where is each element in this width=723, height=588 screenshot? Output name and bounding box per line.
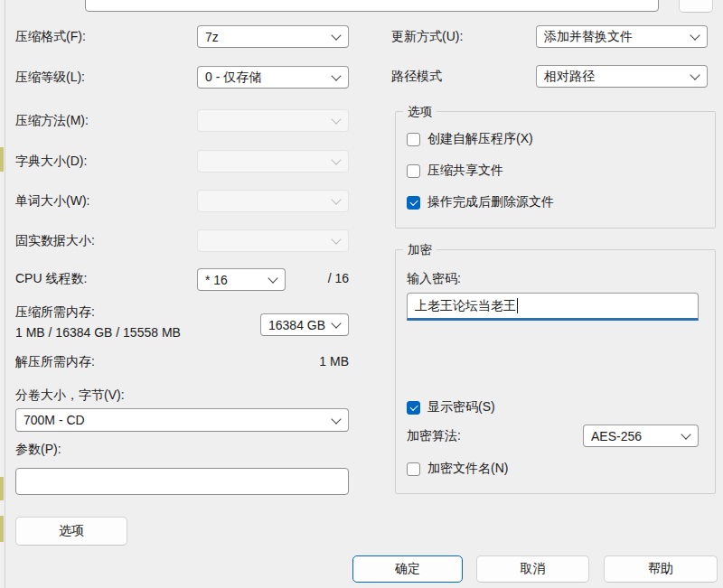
update-mode-value: 添加并替换文件 bbox=[544, 29, 633, 45]
encryption-method-value: AES-256 bbox=[591, 429, 642, 443]
sfx-checkbox-label: 创建自解压程序(X) bbox=[427, 131, 533, 147]
volume-size-value: 700M - CD bbox=[23, 413, 85, 427]
chevron-down-icon bbox=[331, 414, 341, 424]
dictionary-select bbox=[197, 150, 349, 173]
browse-button[interactable] bbox=[679, 0, 713, 13]
level-label: 压缩等级(L): bbox=[15, 70, 85, 85]
password-label: 输入密码: bbox=[407, 271, 461, 286]
solid-size-select bbox=[197, 229, 349, 252]
volume-size-label: 分卷大小，字节(V): bbox=[15, 387, 125, 403]
show-password-checkbox[interactable] bbox=[407, 401, 420, 415]
word-size-select bbox=[197, 190, 349, 212]
shared-files-checkbox-row[interactable]: 压缩共享文件 bbox=[407, 163, 503, 179]
delete-after-checkbox[interactable] bbox=[407, 196, 420, 210]
cpu-threads-max: / 16 bbox=[286, 271, 349, 285]
format-select[interactable]: 7z bbox=[197, 25, 349, 48]
dictionary-label: 字典大小(D): bbox=[15, 154, 87, 169]
update-mode-select[interactable]: 添加并替换文件 bbox=[536, 25, 708, 48]
memory-limit-select[interactable]: 16384 GB bbox=[260, 313, 349, 336]
password-input[interactable]: 上老王论坛当老王 bbox=[407, 293, 699, 321]
show-password-checkbox-row[interactable]: 显示密码(S) bbox=[407, 399, 495, 415]
update-mode-label: 更新方式(U): bbox=[391, 29, 463, 44]
chevron-down-icon bbox=[331, 194, 341, 204]
options-button[interactable]: 选项 bbox=[15, 517, 127, 546]
chevron-down-icon bbox=[331, 234, 341, 244]
path-mode-select[interactable]: 相对路径 bbox=[536, 65, 708, 88]
memory-decompress-label: 解压所需内存: bbox=[15, 354, 95, 369]
text-caret bbox=[517, 298, 518, 313]
background-artifact bbox=[0, 477, 4, 500]
format-label: 压缩格式(F): bbox=[15, 29, 86, 44]
cancel-button[interactable]: 取消 bbox=[476, 555, 589, 583]
cpu-threads-select[interactable]: * 16 bbox=[197, 268, 286, 291]
chevron-down-icon bbox=[681, 429, 690, 439]
help-button[interactable]: 帮助 bbox=[604, 555, 718, 583]
word-size-label: 单词大小(W): bbox=[15, 193, 89, 209]
path-mode-value: 相对路径 bbox=[544, 69, 595, 85]
memory-limit-value: 16384 GB bbox=[268, 318, 325, 332]
chevron-down-icon bbox=[331, 30, 341, 40]
encryption-group-title: 加密 bbox=[403, 242, 437, 257]
method-label: 压缩方法(M): bbox=[15, 113, 89, 128]
dialog-left-border bbox=[5, 0, 5, 588]
memory-compress-detail: 1 MB / 16384 GB / 15558 MB bbox=[15, 325, 181, 341]
parameters-input[interactable] bbox=[15, 468, 349, 495]
shared-files-checkbox-label: 压缩共享文件 bbox=[427, 163, 503, 179]
solid-size-label: 固实数据大小: bbox=[15, 233, 95, 248]
chevron-down-icon bbox=[331, 318, 341, 328]
archive-dialog: { "window": { "archive_name_value": "", … bbox=[0, 0, 723, 588]
shared-files-checkbox[interactable] bbox=[407, 164, 420, 178]
password-value: 上老王论坛当老王 bbox=[415, 298, 516, 314]
format-value: 7z bbox=[205, 30, 219, 44]
ok-button[interactable]: 确定 bbox=[352, 555, 463, 583]
chevron-down-icon bbox=[331, 154, 341, 164]
encryption-method-label: 加密算法: bbox=[407, 428, 461, 443]
options-group-title: 选项 bbox=[403, 104, 437, 119]
chevron-down-icon bbox=[690, 30, 700, 40]
chevron-down-icon bbox=[268, 273, 277, 283]
delete-after-checkbox-label: 操作完成后删除源文件 bbox=[427, 194, 554, 210]
delete-after-checkbox-row[interactable]: 操作完成后删除源文件 bbox=[407, 194, 554, 210]
encryption-method-select[interactable]: AES-256 bbox=[583, 425, 699, 447]
chevron-down-icon bbox=[331, 114, 341, 124]
volume-size-combobox[interactable]: 700M - CD bbox=[15, 408, 349, 432]
level-value: 0 - 仅存储 bbox=[205, 70, 261, 86]
sfx-checkbox-row[interactable]: 创建自解压程序(X) bbox=[407, 131, 533, 147]
sfx-checkbox[interactable] bbox=[407, 133, 420, 146]
encrypt-names-checkbox-label: 加密文件名(N) bbox=[427, 461, 508, 477]
parameters-label: 参数(P): bbox=[15, 442, 61, 457]
path-mode-label: 路径模式 bbox=[391, 69, 442, 84]
cpu-threads-label: CPU 线程数: bbox=[15, 271, 87, 286]
background-artifact bbox=[0, 516, 4, 542]
cpu-threads-value: * 16 bbox=[205, 273, 228, 287]
encrypt-names-checkbox[interactable] bbox=[407, 462, 420, 476]
chevron-down-icon bbox=[690, 70, 700, 79]
memory-compress-label: 压缩所需内存: bbox=[15, 304, 95, 320]
background-artifact bbox=[0, 147, 4, 172]
memory-decompress-value: 1 MB bbox=[286, 354, 349, 369]
encrypt-names-checkbox-row[interactable]: 加密文件名(N) bbox=[407, 461, 508, 477]
level-select[interactable]: 0 - 仅存储 bbox=[197, 66, 349, 89]
show-password-checkbox-label: 显示密码(S) bbox=[427, 399, 495, 415]
method-select bbox=[197, 109, 349, 132]
chevron-down-icon bbox=[331, 70, 341, 80]
archive-name-input[interactable] bbox=[85, 0, 659, 12]
